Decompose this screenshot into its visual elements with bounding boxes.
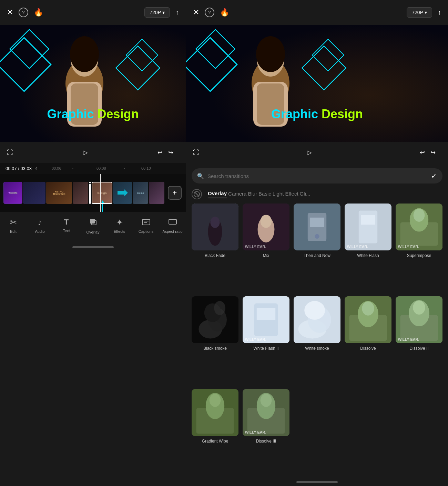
- timeline-strip: ▲ ♥COME RETROTELEVISIO: [0, 174, 186, 212]
- text-label: Text: [63, 229, 70, 233]
- transition-label-dissolve-2: Dissolve II: [409, 346, 428, 351]
- clip-retro-tv[interactable]: RETROTELEVISIO: [46, 182, 72, 204]
- clip-arrow[interactable]: [113, 182, 132, 204]
- left-video-preview: Graphic Design: [0, 25, 186, 142]
- tool-text[interactable]: T Text: [53, 218, 80, 240]
- clip-dark-scene[interactable]: [23, 182, 45, 204]
- right-export-button[interactable]: ↑: [438, 9, 441, 17]
- svg-rect-11: [90, 219, 95, 224]
- right-expand-button[interactable]: ⛶: [193, 149, 199, 156]
- transition-dissolve-3[interactable]: WILLY EAR. Dissolve III: [243, 389, 289, 478]
- svg-rect-41: [361, 215, 375, 225]
- transition-label-black-smoke: Black smoke: [203, 346, 227, 351]
- tab-blur[interactable]: Blur: [248, 191, 257, 198]
- captions-icon: [142, 218, 150, 227]
- transition-label-gradient-wipe: Gradient Wipe: [202, 439, 228, 444]
- overlay-icon: [89, 218, 97, 228]
- transitions-grid: Black Fade WILLY EAR. Mix: [186, 204, 448, 478]
- tab-basic[interactable]: Basic: [258, 191, 271, 198]
- tool-overlay[interactable]: Overlay: [80, 218, 106, 240]
- tab-light-effect[interactable]: Light Effect: [273, 191, 298, 198]
- tab-camera[interactable]: Camera: [228, 191, 246, 198]
- transition-then-and-now[interactable]: Then and Now: [294, 204, 340, 292]
- transition-white-flash-2[interactable]: WILLY EAR. White Flash II: [243, 296, 289, 385]
- tool-effects[interactable]: ✦ Effects: [106, 218, 133, 240]
- category-tabs: Overlay Camera Blur Basic Light Effect G…: [186, 189, 448, 204]
- transition-white-flash[interactable]: WILLY EAR. White Flash: [345, 204, 391, 292]
- svg-rect-37: [310, 218, 324, 227]
- svg-text:WILLY EAR.: WILLY EAR.: [347, 245, 368, 249]
- transition-black-fade[interactable]: Black Fade: [192, 204, 238, 292]
- tool-audio[interactable]: ♪ Audio: [27, 218, 53, 240]
- transition-thumb-dissolve: [345, 296, 391, 343]
- transition-dissolve[interactable]: Dissolve: [345, 296, 391, 385]
- right-flame-icon: 🔥: [220, 8, 229, 17]
- edit-icon: ✂: [10, 218, 17, 227]
- clip-transition-marker[interactable]: [89, 182, 91, 204]
- ruler-marker-1: 00:06: [52, 166, 61, 170]
- right-quality-button[interactable]: 720P ▾: [407, 7, 432, 18]
- svg-point-7: [70, 36, 99, 72]
- check-button[interactable]: ✓: [431, 172, 437, 180]
- search-icon: 🔍: [197, 173, 204, 179]
- left-play-button[interactable]: ▷: [83, 149, 88, 156]
- tab-overlay[interactable]: Overlay: [208, 190, 227, 198]
- bottom-toolbar: ✂ Edit ♪ Audio T Text Overlay: [0, 212, 186, 243]
- svg-text:WILLY EAR.: WILLY EAR.: [398, 337, 419, 341]
- no-transition-button[interactable]: [192, 189, 202, 199]
- playhead: [100, 174, 101, 212]
- svg-point-64: [362, 301, 374, 316]
- svg-text:WILLY EAR.: WILLY EAR.: [245, 245, 266, 249]
- right-help-button[interactable]: ?: [205, 8, 214, 17]
- right-undo-button[interactable]: ↩: [420, 149, 425, 156]
- svg-rect-55: [257, 308, 275, 320]
- transition-label-superimpose: Superimpose: [407, 253, 431, 258]
- transition-label-white-flash-2: White Flash II: [253, 346, 278, 351]
- svg-rect-30: [192, 204, 238, 250]
- transition-dissolve-2[interactable]: WILLY EAR. Dissolve II: [396, 296, 442, 385]
- right-play-button[interactable]: ▷: [307, 149, 312, 156]
- svg-marker-10: [118, 189, 128, 196]
- transition-label-dissolve: Dissolve: [360, 346, 376, 351]
- right-close-button[interactable]: ✕: [193, 8, 199, 17]
- clip-anim[interactable]: anima: [133, 182, 148, 204]
- transition-mix[interactable]: WILLY EAR. Mix: [243, 204, 289, 292]
- left-playback-controls: ⛶ ▷ ↩ ↪: [0, 142, 186, 163]
- tool-captions[interactable]: Captions: [133, 218, 159, 240]
- left-quality-button[interactable]: 720P ▾: [144, 7, 170, 18]
- transition-superimpose[interactable]: WILLY EAR. Superimpose: [396, 204, 442, 292]
- left-help-button[interactable]: ?: [19, 8, 28, 17]
- left-close-button[interactable]: ✕: [7, 8, 13, 17]
- aspect-ratio-icon: [169, 218, 177, 227]
- transition-black-smoke[interactable]: Black smoke: [192, 296, 238, 385]
- left-export-button[interactable]: ↑: [175, 9, 179, 17]
- clip-heart[interactable]: ♥COME: [3, 182, 22, 204]
- left-undo-button[interactable]: ↩: [157, 149, 163, 156]
- left-redo-button[interactable]: ↪: [168, 149, 173, 156]
- tool-edit[interactable]: ✂ Edit: [0, 218, 27, 240]
- right-redo-button[interactable]: ↪: [430, 149, 436, 156]
- add-clip-button[interactable]: +: [168, 186, 182, 200]
- right-playback-controls: ⛶ ▷ ↩ ↪: [186, 142, 448, 163]
- ruler-dot-2: •: [124, 167, 125, 170]
- svg-point-77: [261, 394, 272, 407]
- transition-white-smoke[interactable]: White smoke: [294, 296, 340, 385]
- overlay-label: Overlay: [86, 230, 100, 234]
- effects-icon: ✦: [116, 218, 123, 227]
- svg-point-73: [210, 394, 221, 407]
- transition-gradient-wipe[interactable]: Gradient Wipe: [192, 389, 238, 478]
- transition-label-black-fade: Black Fade: [205, 253, 225, 258]
- tab-glitch[interactable]: Gli...: [300, 191, 310, 198]
- clip-selected[interactable]: Design: [92, 182, 112, 204]
- transition-thumb-mix: WILLY EAR.: [243, 204, 289, 250]
- clip-person-1[interactable]: [73, 182, 88, 204]
- svg-point-46: [414, 209, 425, 222]
- clip-person-2[interactable]: [149, 182, 164, 204]
- search-input[interactable]: [207, 173, 428, 179]
- transition-thumb-black-smoke: [192, 296, 238, 343]
- svg-point-60: [304, 301, 325, 320]
- tool-aspect-ratio[interactable]: Aspect ratio: [159, 218, 186, 240]
- transition-thumb-dissolve-3: WILLY EAR.: [243, 389, 289, 436]
- transition-thumb-white-flash: WILLY EAR.: [345, 204, 391, 250]
- left-expand-button[interactable]: ⛶: [7, 149, 13, 156]
